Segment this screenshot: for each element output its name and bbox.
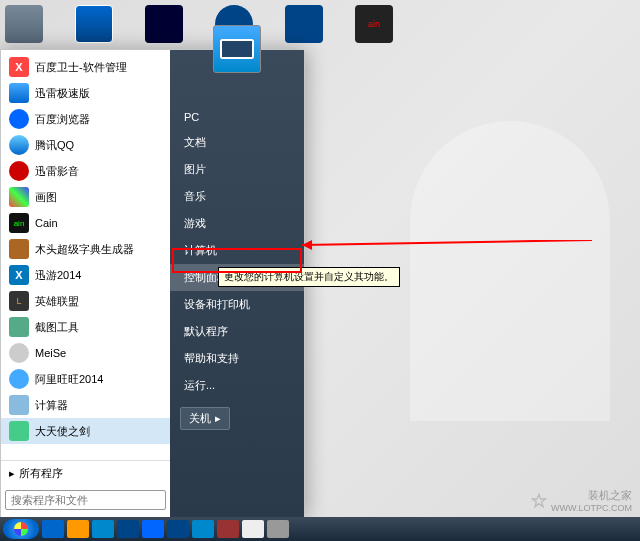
- program-label: Cain: [35, 217, 58, 229]
- watermark: 装机之家 WWW.LOTPC.COM: [531, 488, 632, 513]
- program-label: 百度浏览器: [35, 112, 90, 127]
- right-menu-item-10[interactable]: 运行...: [170, 372, 304, 399]
- program-icon: [9, 135, 29, 155]
- star-icon: [531, 493, 547, 509]
- desktop-icon-box[interactable]: [75, 5, 113, 43]
- right-menu-item-5[interactable]: 计算机: [170, 237, 304, 264]
- taskbar-icon-app5[interactable]: [242, 520, 264, 538]
- program-label: 腾讯QQ: [35, 138, 74, 153]
- start-button[interactable]: [3, 519, 39, 539]
- program-icon: [9, 369, 29, 389]
- right-menu-item-3[interactable]: 音乐: [170, 183, 304, 210]
- program-item-9[interactable]: L英雄联盟: [1, 288, 170, 314]
- program-item-12[interactable]: 阿里旺旺2014: [1, 366, 170, 392]
- taskbar-icon-app4[interactable]: [217, 520, 239, 538]
- right-menu-item-9[interactable]: 帮助和支持: [170, 345, 304, 372]
- program-icon: [9, 317, 29, 337]
- taskbar-icon-app2[interactable]: [167, 520, 189, 538]
- taskbar-icon-baidu[interactable]: [142, 520, 164, 538]
- right-menu-item-7[interactable]: 设备和打印机: [170, 291, 304, 318]
- program-icon: [9, 239, 29, 259]
- program-item-1[interactable]: 迅雷极速版: [1, 80, 170, 106]
- program-label: 百度卫士-软件管理: [35, 60, 127, 75]
- program-item-10[interactable]: 截图工具: [1, 314, 170, 340]
- desktop-icon-thunder[interactable]: [285, 5, 323, 43]
- taskbar-icon-ie[interactable]: [42, 520, 64, 538]
- desktop-icon-dark[interactable]: [145, 5, 183, 43]
- program-icon: [9, 343, 29, 363]
- desktop-icon-computer[interactable]: [5, 5, 43, 43]
- right-menu-item-8[interactable]: 默认程序: [170, 318, 304, 345]
- program-icon: [9, 109, 29, 129]
- program-icon: [9, 421, 29, 441]
- user-avatar-icon[interactable]: [213, 25, 261, 73]
- program-icon: [9, 83, 29, 103]
- taskbar-icon-app3[interactable]: [192, 520, 214, 538]
- program-item-5[interactable]: 画图: [1, 184, 170, 210]
- start-menu-left-pane: X百度卫士-软件管理迅雷极速版百度浏览器腾讯QQ迅雷影音画图ainCain木头超…: [1, 50, 170, 518]
- program-icon: X: [9, 57, 29, 77]
- program-icon: X: [9, 265, 29, 285]
- taskbar-icon-app1[interactable]: [92, 520, 114, 538]
- watermark-url: WWW.LOTPC.COM: [551, 503, 632, 513]
- program-label: 画图: [35, 190, 57, 205]
- program-label: 迅游2014: [35, 268, 81, 283]
- program-icon: [9, 187, 29, 207]
- program-label: 计算器: [35, 398, 68, 413]
- watermark-name: 装机之家: [551, 488, 632, 503]
- taskbar: [0, 517, 640, 541]
- program-item-13[interactable]: 计算器: [1, 392, 170, 418]
- right-menu-item-4[interactable]: 游戏: [170, 210, 304, 237]
- program-item-4[interactable]: 迅雷影音: [1, 158, 170, 184]
- program-label: 阿里旺旺2014: [35, 372, 103, 387]
- program-item-11[interactable]: MeiSe: [1, 340, 170, 366]
- program-label: 木头超级字典生成器: [35, 242, 134, 257]
- program-label: 大天使之剑: [35, 424, 90, 439]
- desktop-icon-cain[interactable]: ain: [355, 5, 393, 43]
- right-menu-item-0[interactable]: PC: [170, 105, 304, 129]
- program-icon: ain: [9, 213, 29, 233]
- program-item-3[interactable]: 腾讯QQ: [1, 132, 170, 158]
- desktop-icons-row: ain: [5, 5, 640, 43]
- taskbar-icon-folder[interactable]: [67, 520, 89, 538]
- program-item-0[interactable]: X百度卫士-软件管理: [1, 54, 170, 80]
- program-icon: [9, 161, 29, 181]
- program-icon: L: [9, 291, 29, 311]
- program-label: 迅雷极速版: [35, 86, 90, 101]
- program-icon: [9, 395, 29, 415]
- shutdown-label: 关机: [189, 411, 211, 426]
- all-programs[interactable]: ▸ 所有程序: [1, 460, 170, 486]
- program-label: 截图工具: [35, 320, 79, 335]
- control-panel-tooltip: 更改您的计算机设置并自定义其功能。: [218, 267, 400, 287]
- program-list: X百度卫士-软件管理迅雷极速版百度浏览器腾讯QQ迅雷影音画图ainCain木头超…: [1, 54, 170, 460]
- program-item-8[interactable]: X迅游2014: [1, 262, 170, 288]
- chevron-right-icon: ▸: [9, 467, 15, 480]
- all-programs-label: 所有程序: [19, 466, 63, 481]
- program-item-14[interactable]: 大天使之剑: [1, 418, 170, 444]
- program-item-2[interactable]: 百度浏览器: [1, 106, 170, 132]
- right-menu-item-1[interactable]: 文档: [170, 129, 304, 156]
- program-item-7[interactable]: 木头超级字典生成器: [1, 236, 170, 262]
- program-label: 迅雷影音: [35, 164, 79, 179]
- program-label: MeiSe: [35, 347, 66, 359]
- program-item-6[interactable]: ainCain: [1, 210, 170, 236]
- shutdown-button[interactable]: 关机 ▸: [180, 407, 230, 430]
- search-input[interactable]: [5, 490, 166, 510]
- taskbar-icon-app6[interactable]: [267, 520, 289, 538]
- right-menu-item-2[interactable]: 图片: [170, 156, 304, 183]
- taskbar-icon-thunder[interactable]: [117, 520, 139, 538]
- program-label: 英雄联盟: [35, 294, 79, 309]
- chevron-right-icon: ▸: [215, 412, 221, 425]
